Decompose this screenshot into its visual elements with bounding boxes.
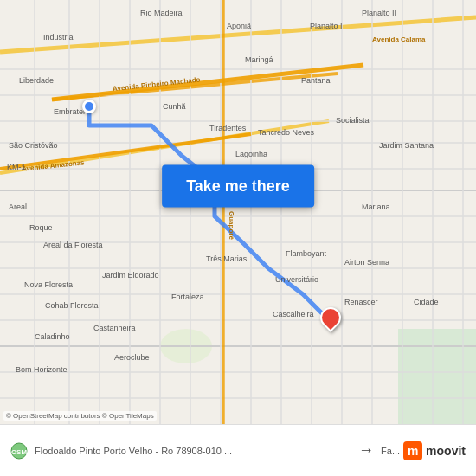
route-overlay <box>0 0 476 424</box>
destination-pin <box>316 303 345 332</box>
bottom-left-section: OSM Flodoaldo Pinto Porto Velho - Ro 789… <box>10 442 351 460</box>
osm-logo: OSM <box>10 442 28 460</box>
arrow-area: → <box>358 441 374 460</box>
map-container: Avenida Pinheiro Machado Avenida Amazona… <box>0 0 476 424</box>
destination-label: Fa... <box>381 446 400 456</box>
bottom-bar: OSM Flodoaldo Pinto Porto Velho - Ro 789… <box>0 424 476 476</box>
arrow-icon: → <box>358 441 374 460</box>
origin-marker <box>82 100 96 113</box>
take-me-there-button[interactable]: Take me there <box>162 165 314 208</box>
destination-marker <box>320 307 341 328</box>
map-attribution: © OpenStreetMap contributors © OpenTileM… <box>3 411 157 421</box>
moovit-logo: moovit <box>426 444 466 458</box>
moovit-icon: m <box>403 441 422 460</box>
svg-text:OSM: OSM <box>11 448 28 456</box>
route-label: Flodoaldo Pinto Porto Velho - Ro 78908-0… <box>35 446 232 456</box>
bottom-right-section: Fa... m moovit <box>381 441 466 460</box>
